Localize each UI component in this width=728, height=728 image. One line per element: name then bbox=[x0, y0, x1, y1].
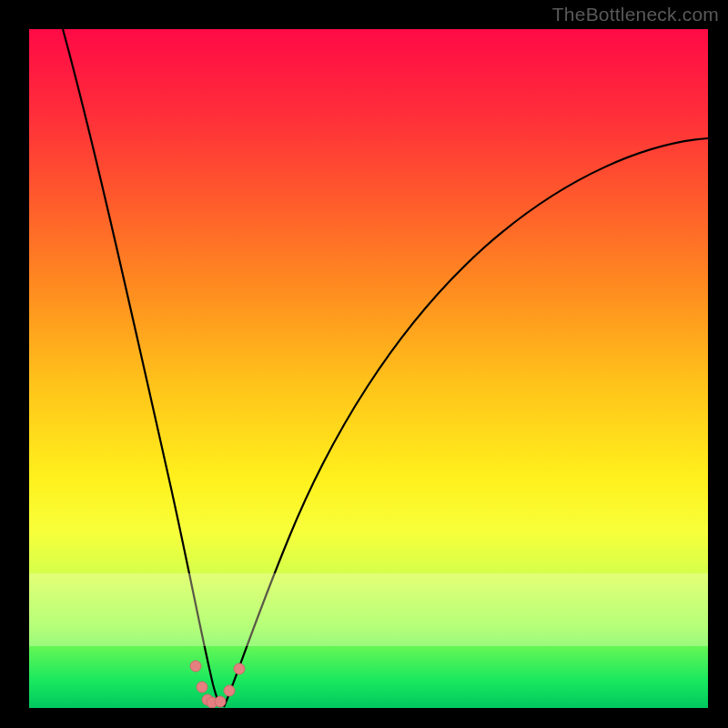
curve-left bbox=[63, 29, 221, 707]
svg-point-0 bbox=[190, 661, 201, 672]
svg-point-2 bbox=[202, 694, 213, 705]
curve-right bbox=[224, 138, 708, 707]
watermark-text: TheBottleneck.com bbox=[552, 4, 719, 25]
plot-area bbox=[29, 29, 708, 708]
svg-point-6 bbox=[234, 663, 245, 674]
svg-point-5 bbox=[224, 685, 235, 696]
svg-point-4 bbox=[215, 696, 226, 707]
svg-point-1 bbox=[197, 682, 207, 693]
chart-svg bbox=[29, 29, 708, 708]
svg-point-3 bbox=[207, 697, 217, 708]
marker-cluster bbox=[190, 661, 245, 708]
outer-frame: TheBottleneck.com bbox=[0, 0, 728, 728]
